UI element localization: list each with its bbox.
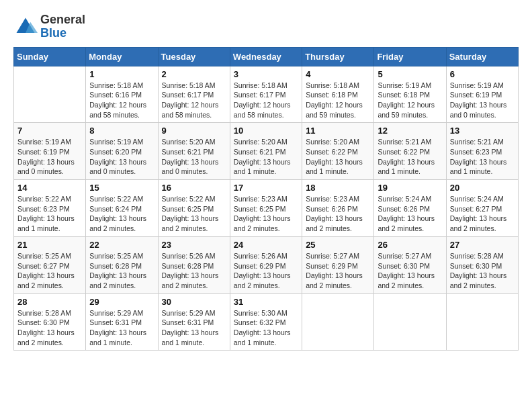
day-info: Sunrise: 5:29 AM Sunset: 6:31 PM Dayligh… — [89, 308, 154, 348]
calendar-cell: 19Sunrise: 5:24 AM Sunset: 6:26 PM Dayli… — [374, 180, 446, 237]
day-number: 8 — [89, 126, 154, 136]
day-info: Sunrise: 5:19 AM Sunset: 6:19 PM Dayligh… — [17, 137, 82, 177]
calendar-cell: 1Sunrise: 5:18 AM Sunset: 6:16 PM Daylig… — [86, 66, 158, 123]
calendar-week-1: 1Sunrise: 5:18 AM Sunset: 6:16 PM Daylig… — [14, 66, 519, 123]
calendar-cell: 16Sunrise: 5:22 AM Sunset: 6:25 PM Dayli… — [158, 180, 230, 237]
day-info: Sunrise: 5:24 AM Sunset: 6:27 PM Dayligh… — [450, 194, 515, 234]
day-number: 26 — [378, 240, 442, 250]
calendar-table: SundayMondayTuesdayWednesdayThursdayFrid… — [13, 47, 519, 351]
calendar-cell: 24Sunrise: 5:26 AM Sunset: 6:29 PM Dayli… — [230, 236, 302, 293]
day-number: 6 — [450, 69, 515, 79]
day-number: 10 — [234, 126, 298, 136]
day-header-sunday: Sunday — [14, 47, 86, 66]
logo-blue: Blue — [40, 27, 85, 40]
calendar-cell: 12Sunrise: 5:21 AM Sunset: 6:22 PM Dayli… — [374, 123, 446, 180]
day-info: Sunrise: 5:26 AM Sunset: 6:28 PM Dayligh… — [162, 251, 226, 291]
calendar-cell: 5Sunrise: 5:19 AM Sunset: 6:18 PM Daylig… — [374, 66, 446, 123]
calendar-cell: 11Sunrise: 5:20 AM Sunset: 6:22 PM Dayli… — [302, 123, 374, 180]
day-number: 7 — [17, 126, 82, 136]
day-info: Sunrise: 5:25 AM Sunset: 6:27 PM Dayligh… — [17, 251, 82, 291]
day-number: 15 — [89, 183, 154, 193]
day-number: 18 — [306, 183, 370, 193]
day-header-thursday: Thursday — [302, 47, 374, 66]
calendar-cell: 21Sunrise: 5:25 AM Sunset: 6:27 PM Dayli… — [14, 236, 86, 293]
logo-icon — [13, 15, 38, 39]
day-info: Sunrise: 5:27 AM Sunset: 6:29 PM Dayligh… — [306, 251, 370, 291]
day-number: 24 — [234, 240, 298, 250]
day-header-monday: Monday — [86, 47, 158, 66]
calendar-cell: 8Sunrise: 5:19 AM Sunset: 6:20 PM Daylig… — [86, 123, 158, 180]
day-info: Sunrise: 5:27 AM Sunset: 6:30 PM Dayligh… — [378, 251, 442, 291]
calendar-cell: 29Sunrise: 5:29 AM Sunset: 6:31 PM Dayli… — [86, 293, 158, 351]
calendar-week-5: 28Sunrise: 5:28 AM Sunset: 6:30 PM Dayli… — [14, 293, 519, 351]
day-number: 22 — [89, 240, 154, 250]
calendar-cell: 28Sunrise: 5:28 AM Sunset: 6:30 PM Dayli… — [14, 293, 86, 351]
day-number: 21 — [17, 240, 82, 250]
day-number: 28 — [17, 297, 82, 307]
calendar-cell: 18Sunrise: 5:23 AM Sunset: 6:26 PM Dayli… — [302, 180, 374, 237]
day-info: Sunrise: 5:19 AM Sunset: 6:20 PM Dayligh… — [89, 137, 154, 177]
calendar-cell: 31Sunrise: 5:30 AM Sunset: 6:32 PM Dayli… — [230, 293, 302, 351]
day-number: 1 — [89, 69, 154, 79]
day-info: Sunrise: 5:19 AM Sunset: 6:18 PM Dayligh… — [378, 81, 442, 120]
page-header: General Blue — [13, 13, 519, 40]
day-info: Sunrise: 5:28 AM Sunset: 6:30 PM Dayligh… — [450, 251, 515, 291]
day-number: 30 — [162, 297, 226, 307]
day-number: 16 — [162, 183, 226, 193]
day-info: Sunrise: 5:28 AM Sunset: 6:30 PM Dayligh… — [17, 308, 82, 348]
calendar-cell: 26Sunrise: 5:27 AM Sunset: 6:30 PM Dayli… — [374, 236, 446, 293]
day-number: 9 — [162, 126, 226, 136]
day-info: Sunrise: 5:21 AM Sunset: 6:22 PM Dayligh… — [378, 137, 442, 177]
calendar-cell: 2Sunrise: 5:18 AM Sunset: 6:17 PM Daylig… — [158, 66, 230, 123]
day-number: 19 — [378, 183, 442, 193]
calendar-cell: 23Sunrise: 5:26 AM Sunset: 6:28 PM Dayli… — [158, 236, 230, 293]
logo-general: General — [40, 13, 85, 27]
day-header-wednesday: Wednesday — [230, 47, 302, 66]
calendar-week-2: 7Sunrise: 5:19 AM Sunset: 6:19 PM Daylig… — [14, 123, 519, 180]
calendar-cell: 6Sunrise: 5:19 AM Sunset: 6:19 PM Daylig… — [446, 66, 518, 123]
day-info: Sunrise: 5:30 AM Sunset: 6:32 PM Dayligh… — [234, 308, 298, 348]
day-number: 29 — [89, 297, 154, 307]
day-info: Sunrise: 5:22 AM Sunset: 6:24 PM Dayligh… — [89, 194, 154, 234]
calendar-cell: 20Sunrise: 5:24 AM Sunset: 6:27 PM Dayli… — [446, 180, 518, 237]
calendar-cell — [374, 293, 446, 351]
calendar-cell: 25Sunrise: 5:27 AM Sunset: 6:29 PM Dayli… — [302, 236, 374, 293]
calendar-cell: 22Sunrise: 5:25 AM Sunset: 6:28 PM Dayli… — [86, 236, 158, 293]
calendar-cell: 10Sunrise: 5:20 AM Sunset: 6:21 PM Dayli… — [230, 123, 302, 180]
day-info: Sunrise: 5:18 AM Sunset: 6:18 PM Dayligh… — [306, 81, 370, 120]
day-number: 31 — [234, 297, 298, 307]
calendar-cell: 7Sunrise: 5:19 AM Sunset: 6:19 PM Daylig… — [14, 123, 86, 180]
calendar-cell: 4Sunrise: 5:18 AM Sunset: 6:18 PM Daylig… — [302, 66, 374, 123]
day-info: Sunrise: 5:26 AM Sunset: 6:29 PM Dayligh… — [234, 251, 298, 291]
day-number: 12 — [378, 126, 442, 136]
calendar-cell: 15Sunrise: 5:22 AM Sunset: 6:24 PM Dayli… — [86, 180, 158, 237]
day-info: Sunrise: 5:25 AM Sunset: 6:28 PM Dayligh… — [89, 251, 154, 291]
day-number: 17 — [234, 183, 298, 193]
day-info: Sunrise: 5:18 AM Sunset: 6:17 PM Dayligh… — [234, 81, 298, 120]
day-info: Sunrise: 5:29 AM Sunset: 6:31 PM Dayligh… — [162, 308, 226, 348]
calendar-header-row: SundayMondayTuesdayWednesdayThursdayFrid… — [14, 47, 519, 66]
day-info: Sunrise: 5:20 AM Sunset: 6:21 PM Dayligh… — [162, 137, 226, 177]
calendar-cell: 30Sunrise: 5:29 AM Sunset: 6:31 PM Dayli… — [158, 293, 230, 351]
day-number: 4 — [306, 69, 370, 79]
day-number: 5 — [378, 69, 442, 79]
day-info: Sunrise: 5:22 AM Sunset: 6:25 PM Dayligh… — [162, 194, 226, 234]
calendar-week-4: 21Sunrise: 5:25 AM Sunset: 6:27 PM Dayli… — [14, 236, 519, 293]
day-number: 20 — [450, 183, 515, 193]
day-info: Sunrise: 5:20 AM Sunset: 6:21 PM Dayligh… — [234, 137, 298, 177]
day-number: 14 — [17, 183, 82, 193]
day-number: 3 — [234, 69, 298, 79]
calendar-cell: 9Sunrise: 5:20 AM Sunset: 6:21 PM Daylig… — [158, 123, 230, 180]
day-info: Sunrise: 5:23 AM Sunset: 6:25 PM Dayligh… — [234, 194, 298, 234]
day-number: 13 — [450, 126, 515, 136]
calendar-week-3: 14Sunrise: 5:22 AM Sunset: 6:23 PM Dayli… — [14, 180, 519, 237]
calendar-cell — [446, 293, 518, 351]
day-info: Sunrise: 5:21 AM Sunset: 6:23 PM Dayligh… — [450, 137, 515, 177]
calendar-cell: 14Sunrise: 5:22 AM Sunset: 6:23 PM Dayli… — [14, 180, 86, 237]
calendar-cell: 27Sunrise: 5:28 AM Sunset: 6:30 PM Dayli… — [446, 236, 518, 293]
day-header-tuesday: Tuesday — [158, 47, 230, 66]
calendar-cell: 13Sunrise: 5:21 AM Sunset: 6:23 PM Dayli… — [446, 123, 518, 180]
day-info: Sunrise: 5:24 AM Sunset: 6:26 PM Dayligh… — [378, 194, 442, 234]
day-number: 11 — [306, 126, 370, 136]
calendar-cell: 17Sunrise: 5:23 AM Sunset: 6:25 PM Dayli… — [230, 180, 302, 237]
